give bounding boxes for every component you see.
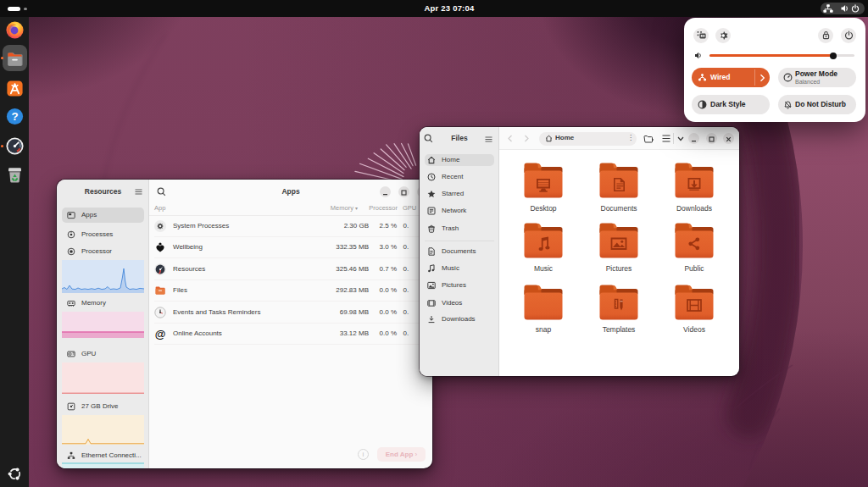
svg-text:Documents: Documents — [601, 204, 637, 213]
svg-text:snap: snap — [536, 325, 552, 334]
svg-text:Public: Public — [684, 264, 704, 273]
svg-text:Pictures: Pictures — [606, 264, 632, 273]
svg-text:Music: Music — [534, 264, 554, 273]
svg-text:?: ? — [11, 110, 18, 123]
svg-text:Videos: Videos — [683, 325, 705, 334]
svg-text:Templates: Templates — [603, 325, 636, 334]
svg-text:@: @ — [155, 328, 166, 340]
svg-text:Downloads: Downloads — [676, 204, 712, 213]
svg-text:Desktop: Desktop — [530, 204, 556, 213]
